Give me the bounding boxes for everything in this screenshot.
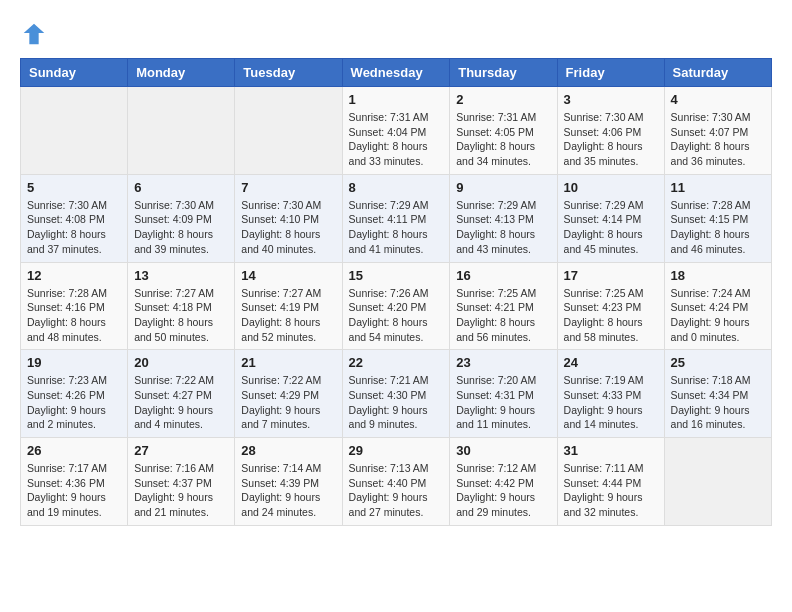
- day-number: 5: [27, 180, 121, 195]
- page-header: [20, 20, 772, 48]
- day-number: 27: [134, 443, 228, 458]
- calendar-cell: 2Sunrise: 7:31 AM Sunset: 4:05 PM Daylig…: [450, 87, 557, 175]
- day-info: Sunrise: 7:30 AM Sunset: 4:09 PM Dayligh…: [134, 198, 228, 257]
- calendar-cell: [128, 87, 235, 175]
- weekday-header-row: SundayMondayTuesdayWednesdayThursdayFrid…: [21, 59, 772, 87]
- day-number: 11: [671, 180, 765, 195]
- day-info: Sunrise: 7:31 AM Sunset: 4:04 PM Dayligh…: [349, 110, 444, 169]
- day-info: Sunrise: 7:26 AM Sunset: 4:20 PM Dayligh…: [349, 286, 444, 345]
- calendar-cell: 19Sunrise: 7:23 AM Sunset: 4:26 PM Dayli…: [21, 350, 128, 438]
- day-number: 31: [564, 443, 658, 458]
- day-info: Sunrise: 7:30 AM Sunset: 4:08 PM Dayligh…: [27, 198, 121, 257]
- day-number: 9: [456, 180, 550, 195]
- day-info: Sunrise: 7:25 AM Sunset: 4:21 PM Dayligh…: [456, 286, 550, 345]
- calendar-cell: 25Sunrise: 7:18 AM Sunset: 4:34 PM Dayli…: [664, 350, 771, 438]
- calendar-cell: 26Sunrise: 7:17 AM Sunset: 4:36 PM Dayli…: [21, 438, 128, 526]
- weekday-header: Friday: [557, 59, 664, 87]
- day-number: 12: [27, 268, 121, 283]
- day-info: Sunrise: 7:22 AM Sunset: 4:29 PM Dayligh…: [241, 373, 335, 432]
- day-info: Sunrise: 7:28 AM Sunset: 4:16 PM Dayligh…: [27, 286, 121, 345]
- day-info: Sunrise: 7:17 AM Sunset: 4:36 PM Dayligh…: [27, 461, 121, 520]
- day-info: Sunrise: 7:18 AM Sunset: 4:34 PM Dayligh…: [671, 373, 765, 432]
- day-number: 7: [241, 180, 335, 195]
- day-info: Sunrise: 7:27 AM Sunset: 4:19 PM Dayligh…: [241, 286, 335, 345]
- day-number: 21: [241, 355, 335, 370]
- day-number: 14: [241, 268, 335, 283]
- calendar-cell: [21, 87, 128, 175]
- calendar-cell: 7Sunrise: 7:30 AM Sunset: 4:10 PM Daylig…: [235, 174, 342, 262]
- day-number: 8: [349, 180, 444, 195]
- calendar-cell: 27Sunrise: 7:16 AM Sunset: 4:37 PM Dayli…: [128, 438, 235, 526]
- calendar-cell: 8Sunrise: 7:29 AM Sunset: 4:11 PM Daylig…: [342, 174, 450, 262]
- calendar-cell: 4Sunrise: 7:30 AM Sunset: 4:07 PM Daylig…: [664, 87, 771, 175]
- day-number: 23: [456, 355, 550, 370]
- calendar-cell: 15Sunrise: 7:26 AM Sunset: 4:20 PM Dayli…: [342, 262, 450, 350]
- day-info: Sunrise: 7:21 AM Sunset: 4:30 PM Dayligh…: [349, 373, 444, 432]
- weekday-header: Sunday: [21, 59, 128, 87]
- day-number: 28: [241, 443, 335, 458]
- day-info: Sunrise: 7:20 AM Sunset: 4:31 PM Dayligh…: [456, 373, 550, 432]
- day-number: 2: [456, 92, 550, 107]
- day-number: 6: [134, 180, 228, 195]
- day-info: Sunrise: 7:30 AM Sunset: 4:10 PM Dayligh…: [241, 198, 335, 257]
- logo: [20, 20, 52, 48]
- calendar-cell: 12Sunrise: 7:28 AM Sunset: 4:16 PM Dayli…: [21, 262, 128, 350]
- day-info: Sunrise: 7:13 AM Sunset: 4:40 PM Dayligh…: [349, 461, 444, 520]
- day-info: Sunrise: 7:11 AM Sunset: 4:44 PM Dayligh…: [564, 461, 658, 520]
- calendar-cell: 21Sunrise: 7:22 AM Sunset: 4:29 PM Dayli…: [235, 350, 342, 438]
- calendar-cell: 14Sunrise: 7:27 AM Sunset: 4:19 PM Dayli…: [235, 262, 342, 350]
- calendar-week-row: 26Sunrise: 7:17 AM Sunset: 4:36 PM Dayli…: [21, 438, 772, 526]
- calendar-cell: 3Sunrise: 7:30 AM Sunset: 4:06 PM Daylig…: [557, 87, 664, 175]
- calendar-cell: 9Sunrise: 7:29 AM Sunset: 4:13 PM Daylig…: [450, 174, 557, 262]
- calendar-cell: 16Sunrise: 7:25 AM Sunset: 4:21 PM Dayli…: [450, 262, 557, 350]
- calendar-cell: 31Sunrise: 7:11 AM Sunset: 4:44 PM Dayli…: [557, 438, 664, 526]
- day-number: 10: [564, 180, 658, 195]
- calendar-cell: 1Sunrise: 7:31 AM Sunset: 4:04 PM Daylig…: [342, 87, 450, 175]
- calendar-cell: 22Sunrise: 7:21 AM Sunset: 4:30 PM Dayli…: [342, 350, 450, 438]
- weekday-header: Saturday: [664, 59, 771, 87]
- logo-icon: [20, 20, 48, 48]
- weekday-header: Monday: [128, 59, 235, 87]
- calendar-cell: 24Sunrise: 7:19 AM Sunset: 4:33 PM Dayli…: [557, 350, 664, 438]
- day-number: 30: [456, 443, 550, 458]
- day-info: Sunrise: 7:24 AM Sunset: 4:24 PM Dayligh…: [671, 286, 765, 345]
- calendar-week-row: 12Sunrise: 7:28 AM Sunset: 4:16 PM Dayli…: [21, 262, 772, 350]
- day-number: 24: [564, 355, 658, 370]
- day-info: Sunrise: 7:25 AM Sunset: 4:23 PM Dayligh…: [564, 286, 658, 345]
- day-number: 29: [349, 443, 444, 458]
- day-info: Sunrise: 7:27 AM Sunset: 4:18 PM Dayligh…: [134, 286, 228, 345]
- svg-marker-0: [24, 24, 45, 45]
- day-number: 22: [349, 355, 444, 370]
- calendar-week-row: 1Sunrise: 7:31 AM Sunset: 4:04 PM Daylig…: [21, 87, 772, 175]
- calendar-cell: 5Sunrise: 7:30 AM Sunset: 4:08 PM Daylig…: [21, 174, 128, 262]
- weekday-header: Tuesday: [235, 59, 342, 87]
- calendar-cell: 28Sunrise: 7:14 AM Sunset: 4:39 PM Dayli…: [235, 438, 342, 526]
- day-info: Sunrise: 7:30 AM Sunset: 4:06 PM Dayligh…: [564, 110, 658, 169]
- day-number: 3: [564, 92, 658, 107]
- day-number: 16: [456, 268, 550, 283]
- calendar-week-row: 19Sunrise: 7:23 AM Sunset: 4:26 PM Dayli…: [21, 350, 772, 438]
- day-number: 19: [27, 355, 121, 370]
- calendar-cell: 13Sunrise: 7:27 AM Sunset: 4:18 PM Dayli…: [128, 262, 235, 350]
- calendar-cell: 20Sunrise: 7:22 AM Sunset: 4:27 PM Dayli…: [128, 350, 235, 438]
- calendar-cell: [235, 87, 342, 175]
- day-info: Sunrise: 7:31 AM Sunset: 4:05 PM Dayligh…: [456, 110, 550, 169]
- calendar-cell: [664, 438, 771, 526]
- day-number: 20: [134, 355, 228, 370]
- calendar-cell: 6Sunrise: 7:30 AM Sunset: 4:09 PM Daylig…: [128, 174, 235, 262]
- calendar-cell: 11Sunrise: 7:28 AM Sunset: 4:15 PM Dayli…: [664, 174, 771, 262]
- weekday-header: Thursday: [450, 59, 557, 87]
- day-number: 17: [564, 268, 658, 283]
- day-info: Sunrise: 7:22 AM Sunset: 4:27 PM Dayligh…: [134, 373, 228, 432]
- calendar-cell: 30Sunrise: 7:12 AM Sunset: 4:42 PM Dayli…: [450, 438, 557, 526]
- day-info: Sunrise: 7:29 AM Sunset: 4:13 PM Dayligh…: [456, 198, 550, 257]
- day-info: Sunrise: 7:30 AM Sunset: 4:07 PM Dayligh…: [671, 110, 765, 169]
- day-info: Sunrise: 7:19 AM Sunset: 4:33 PM Dayligh…: [564, 373, 658, 432]
- day-info: Sunrise: 7:23 AM Sunset: 4:26 PM Dayligh…: [27, 373, 121, 432]
- calendar-cell: 17Sunrise: 7:25 AM Sunset: 4:23 PM Dayli…: [557, 262, 664, 350]
- day-info: Sunrise: 7:29 AM Sunset: 4:14 PM Dayligh…: [564, 198, 658, 257]
- day-number: 4: [671, 92, 765, 107]
- day-info: Sunrise: 7:14 AM Sunset: 4:39 PM Dayligh…: [241, 461, 335, 520]
- calendar-cell: 29Sunrise: 7:13 AM Sunset: 4:40 PM Dayli…: [342, 438, 450, 526]
- weekday-header: Wednesday: [342, 59, 450, 87]
